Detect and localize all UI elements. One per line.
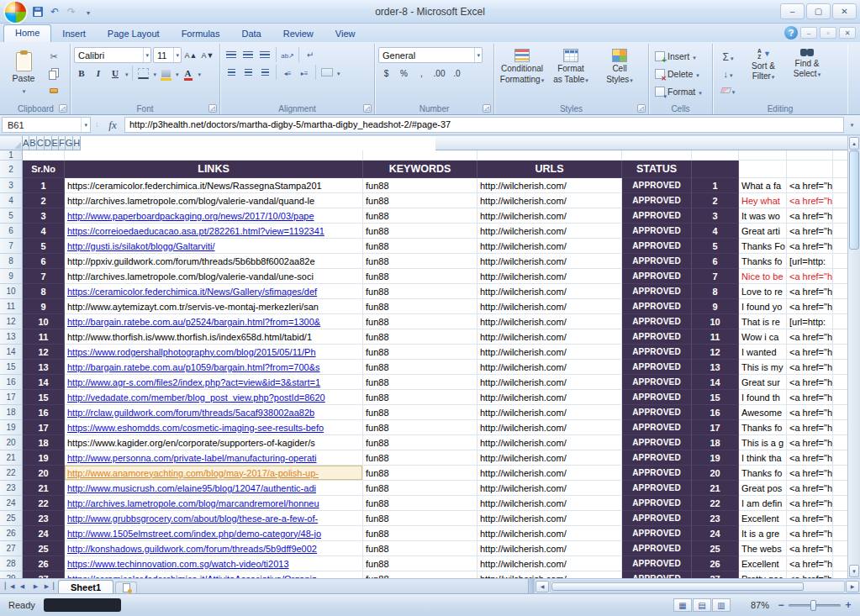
row-header[interactable]: 3 [0, 178, 23, 193]
cell-srno[interactable]: 8 [23, 284, 65, 299]
cell-status[interactable]: APPROVED [622, 193, 692, 208]
cell-link[interactable]: https://www.eshomdds.com/cosmetic-imagin… [65, 420, 363, 435]
increase-indent-button[interactable] [297, 65, 312, 80]
cell-comment[interactable]: Thanks Fo [739, 239, 787, 254]
italic-button[interactable]: I [91, 66, 106, 81]
ribbon-tab[interactable]: Home [3, 24, 51, 42]
clear-button[interactable] [716, 83, 740, 98]
cell-link[interactable]: http://archives.lametropole.com/blog/val… [65, 269, 363, 284]
cell-keyword[interactable]: fun88 [363, 450, 477, 466]
row-header[interactable]: 18 [0, 405, 23, 420]
align-center-button[interactable] [240, 65, 256, 80]
cell-srno[interactable]: 3 [23, 208, 65, 224]
cell-snippet[interactable]: <a href="h [787, 571, 833, 578]
cell-keyword[interactable]: fun88 [363, 193, 477, 208]
cell-comment[interactable]: I think tha [739, 450, 787, 466]
cell-srno-2[interactable]: 15 [692, 390, 739, 405]
cell-snippet[interactable]: <a href="h [787, 541, 833, 556]
cell-url[interactable]: http://wilcherish.com/ [477, 556, 622, 571]
cell-link[interactable]: http://bargain.ratebe.com.au/p1059/barga… [65, 360, 363, 375]
cell-snippet[interactable]: <a href="h [787, 420, 833, 435]
cell-srno-2[interactable]: 27 [692, 571, 739, 578]
cell[interactable] [787, 161, 833, 178]
name-box-splitter[interactable]: ⁞ [92, 118, 101, 132]
cell-keyword[interactable]: fun88 [363, 360, 477, 375]
row-header[interactable]: 27 [0, 541, 23, 556]
header-status[interactable]: STATUS [622, 161, 692, 178]
align-top-button[interactable] [224, 47, 239, 62]
cell-url[interactable]: http://wilcherish.com/ [477, 239, 622, 254]
cell-srno-2[interactable]: 20 [692, 466, 739, 481]
decrease-indent-button[interactable] [280, 65, 295, 80]
row-header[interactable]: 28 [0, 556, 23, 571]
alignment-dialog-launcher[interactable] [363, 104, 372, 113]
cell[interactable] [65, 150, 363, 161]
wrap-text-button[interactable] [303, 47, 318, 62]
cell-url[interactable]: http://wilcherish.com/ [477, 345, 622, 360]
cell[interactable] [363, 150, 477, 161]
cell-srno-2[interactable]: 5 [692, 239, 739, 254]
align-left-button[interactable] [224, 65, 239, 80]
cell-snippet[interactable]: <a href="h [787, 269, 833, 284]
cell-srno-2[interactable]: 3 [692, 208, 739, 224]
cell-srno[interactable]: 16 [23, 405, 65, 420]
cell-srno-2[interactable]: 11 [692, 329, 739, 345]
cell-snippet[interactable]: <a href="h [787, 178, 833, 193]
cell-link[interactable]: https://ceramicolor.federchimica.it/News… [65, 178, 363, 193]
cell-srno[interactable]: 15 [23, 390, 65, 405]
cell-status[interactable]: APPROVED [622, 420, 692, 435]
cell-link[interactable]: https://www.kagider.org/en/corporate/sup… [65, 435, 363, 450]
cell-snippet[interactable]: <a href="h [787, 481, 833, 496]
bold-button[interactable]: B [74, 66, 89, 81]
next-sheet-button[interactable] [29, 581, 42, 592]
cell-comment[interactable]: Love to re [739, 284, 787, 299]
row-header[interactable]: 21 [0, 450, 23, 466]
cell-comment[interactable]: That is re [739, 314, 787, 329]
cell-link[interactable]: https://www.rodgershallphotography.com/b… [65, 345, 363, 360]
insert-function-button[interactable]: fx [103, 117, 123, 133]
cell-srno-2[interactable]: 21 [692, 481, 739, 496]
cell-comment[interactable]: Thanks fo [739, 254, 787, 269]
horizontal-scrollbar[interactable] [534, 579, 860, 593]
cell-status[interactable]: APPROVED [622, 435, 692, 450]
cell-keyword[interactable]: fun88 [363, 496, 477, 511]
ribbon-tab[interactable]: Page Layout [97, 26, 171, 42]
cell-link[interactable]: https://ceramicolor.federchimica.it/News… [65, 284, 363, 299]
cell-status[interactable]: APPROVED [622, 450, 692, 466]
cell-link[interactable]: http://vedadate.com/member/blog_post_vie… [65, 390, 363, 405]
cell-status[interactable]: APPROVED [622, 239, 692, 254]
workbook-close-button[interactable]: ✕ [839, 27, 856, 39]
cell-snippet[interactable]: <a href="h [787, 526, 833, 541]
horizontal-scroll-thumb[interactable] [551, 582, 804, 591]
borders-button[interactable] [136, 66, 151, 81]
number-format-button[interactable]: .00 [431, 66, 447, 81]
cell-srno[interactable]: 22 [23, 496, 65, 511]
cell-link[interactable]: http://www.paperboardpackaging.org/news/… [65, 208, 363, 224]
cell-status[interactable]: APPROVED [622, 299, 692, 314]
maximize-button[interactable] [806, 3, 831, 19]
cell-link[interactable]: http://www.thorfish.is/www.thorfish.is/i… [65, 329, 363, 345]
row-header[interactable]: 13 [0, 329, 23, 345]
cell-link[interactable]: http://archives.lametropole.com/blog/mar… [65, 496, 363, 511]
cell-srno[interactable]: 13 [23, 360, 65, 375]
cell-srno-2[interactable]: 6 [692, 254, 739, 269]
cell-keyword[interactable]: fun88 [363, 345, 477, 360]
vertical-scrollbar[interactable] [847, 136, 860, 578]
cell-status[interactable]: APPROVED [622, 375, 692, 390]
cell-snippet[interactable]: <a href="h [787, 496, 833, 511]
cell-snippet[interactable]: [url=http: [787, 314, 833, 329]
cell-srno-2[interactable]: 23 [692, 511, 739, 526]
cell-url[interactable]: http://wilcherish.com/ [477, 299, 622, 314]
last-sheet-button[interactable] [43, 581, 55, 592]
styles-button[interactable]: Conditional Formatting [498, 45, 546, 102]
cell-snippet[interactable]: <a href="h [787, 299, 833, 314]
row-header[interactable]: 24 [0, 496, 23, 511]
cell-keyword[interactable]: fun88 [363, 405, 477, 420]
cell-keyword[interactable]: fun88 [363, 269, 477, 284]
minimize-button[interactable] [780, 3, 805, 19]
cell-status[interactable]: APPROVED [622, 329, 692, 345]
cell-comment[interactable]: Awesome [739, 405, 787, 420]
cell[interactable] [739, 161, 787, 178]
cell-srno-2[interactable]: 13 [692, 360, 739, 375]
cell-status[interactable]: APPROVED [622, 345, 692, 360]
